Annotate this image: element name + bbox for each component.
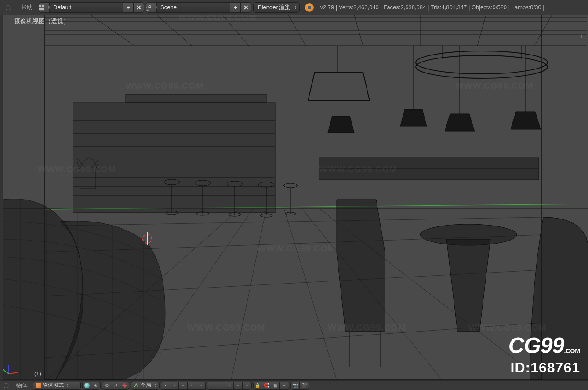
layer-button[interactable]: ▫ — [179, 382, 188, 389]
help-menu[interactable]: 帮助 — [17, 2, 37, 13]
opengl-render-anim-button[interactable]: 🎬 — [300, 382, 309, 389]
layer-button[interactable]: ▫ — [216, 382, 225, 389]
svg-line-10 — [231, 208, 266, 380]
screen-layout-delete-button[interactable]: ✕ — [133, 3, 144, 12]
viewport-pivot-button[interactable]: ◈ — [91, 382, 100, 389]
screen-layout-browse-button[interactable]: ▲▼ — [39, 3, 50, 12]
info-header: ▢ 帮助 ▲▼ Default + ✕ ▲▼ Scene + ✕ Blender… — [0, 0, 588, 15]
editor-type-corner[interactable]: ▢ — [1, 2, 15, 12]
snap-toggle-button[interactable]: 🧲 — [262, 382, 271, 389]
orientation-label: 全局 — [141, 382, 151, 389]
opengl-render-image-button[interactable]: 📷 — [291, 382, 300, 389]
editor-type-corner-bottom[interactable]: ▢ — [1, 382, 11, 389]
svg-point-39 — [283, 183, 298, 188]
mode-selector[interactable]: 物体模式 ▲▼ — [33, 382, 81, 390]
layer-buttons-b: ▫ ▫ ▫ ▫ ▫ — [207, 382, 252, 390]
svg-point-3 — [146, 7, 149, 10]
scene-stats: v2.79 | Verts:2,463,040 | Faces:2,638,68… — [318, 4, 544, 11]
manipulate-center-button[interactable]: ↗ — [111, 382, 120, 389]
3d-viewport[interactable]: 摄像机视图（透视） — [3, 15, 588, 380]
shading-buttons: ◈ — [82, 382, 101, 390]
scene-delete-button[interactable]: ✕ — [240, 3, 251, 12]
viewport-shading-button[interactable] — [83, 382, 91, 389]
snap-buttons: 🔒 🧲 ▦ ⌖ — [253, 382, 289, 390]
svg-rect-2 — [39, 7, 44, 10]
layer-button[interactable]: ▫ — [170, 382, 179, 389]
wireframe-render — [3, 15, 588, 380]
layer-button[interactable]: ▪ — [161, 382, 170, 389]
pivot-center-button[interactable]: ⊙ — [102, 382, 111, 389]
lock-camera-button[interactable]: 🔒 — [254, 382, 262, 389]
scene-browse-button[interactable]: ▲▼ — [146, 3, 157, 12]
scene-selector: ▲▼ Scene + ✕ — [146, 2, 251, 13]
svg-rect-1 — [41, 4, 44, 7]
shaded-sphere-icon — [84, 383, 90, 388]
asset-id-label: ID:168761 — [511, 360, 580, 376]
svg-rect-26 — [126, 94, 266, 103]
viewport-expand-plus-icon[interactable]: + — [580, 33, 584, 40]
snap-target-button[interactable]: ⌖ — [280, 382, 289, 389]
scene-icon — [146, 4, 152, 11]
orientation-selector[interactable]: 全局 ▲▼ — [131, 382, 160, 390]
blender-logo-icon — [305, 3, 314, 12]
svg-point-47 — [416, 55, 548, 78]
render-engine-label: Blender 渲染 — [258, 4, 290, 11]
screen-layout-name[interactable]: Default — [50, 3, 123, 12]
screen-layout-add-button[interactable]: + — [123, 3, 133, 12]
object-mode-icon — [36, 383, 41, 388]
render-buttons: 📷 🎬 — [290, 382, 309, 390]
layer-button[interactable]: ▫ — [188, 382, 196, 389]
object-menu[interactable]: 物体 — [13, 382, 31, 390]
layer-button[interactable]: ▫ — [207, 382, 216, 389]
svg-point-4 — [149, 5, 151, 7]
manipulator-toggle-button[interactable] — [120, 382, 129, 389]
scene-name[interactable]: Scene — [157, 3, 230, 12]
layer-button[interactable]: ▫ — [234, 382, 243, 389]
frame-indicator: (1) — [34, 370, 41, 377]
scene-add-button[interactable]: + — [230, 3, 240, 12]
snap-element-button[interactable]: ▦ — [271, 382, 280, 389]
3dview-header: ▢ 物体 物体模式 ▲▼ ◈ ⊙ ↗ 全局 ▲▼ ▪ ▫ ▫ ▫ ▫ ▫ ▫ ▫… — [0, 380, 588, 390]
svg-rect-18 — [73, 103, 275, 213]
layer-buttons-top: ▪ ▫ ▫ ▫ ▫ — [161, 382, 206, 390]
svg-line-11 — [284, 208, 337, 380]
layer-button[interactable]: ▫ — [243, 382, 251, 389]
render-engine-dropdown[interactable]: Blender 渲染 ▲▼ — [253, 2, 300, 13]
layer-button[interactable]: ▫ — [196, 382, 205, 389]
screen-layout-icon — [39, 4, 44, 11]
layer-button[interactable]: ▫ — [225, 382, 234, 389]
mode-label: 物体模式 — [43, 382, 64, 389]
svg-rect-0 — [39, 4, 41, 7]
screen-layout-selector: ▲▼ Default + ✕ — [39, 2, 144, 13]
pivot-manipulate-buttons: ⊙ ↗ — [102, 382, 129, 390]
svg-point-46 — [416, 51, 548, 74]
axis-icon — [134, 383, 139, 388]
